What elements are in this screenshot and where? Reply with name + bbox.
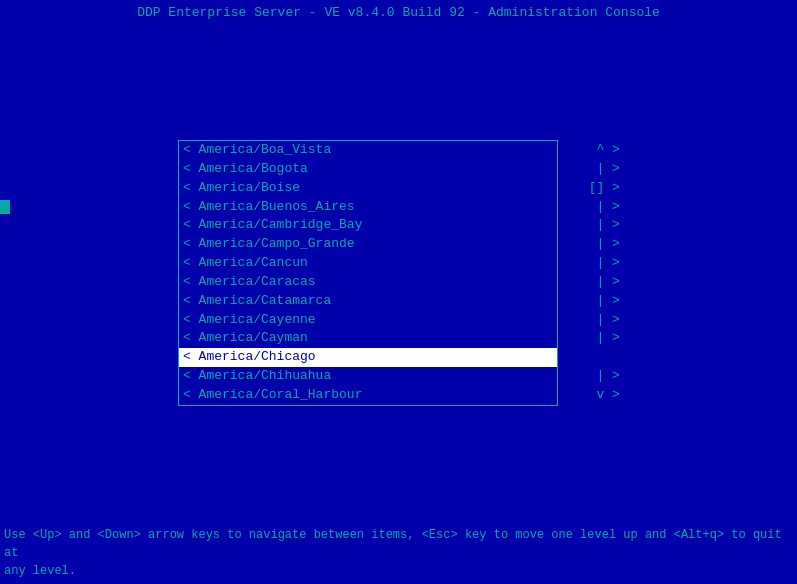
list-item-label: < America/Buenos_Aires | >	[183, 198, 620, 217]
list-item[interactable]: < America/Buenos_Aires | >	[179, 198, 557, 217]
status-line1: Use <Up> and <Down> arrow keys to naviga…	[4, 526, 793, 562]
cursor-block	[0, 200, 10, 214]
list-box[interactable]: < America/Boa_Vista ^ >< America/Bogota …	[178, 140, 558, 406]
list-item-label: < America/Campo_Grande | >	[183, 235, 620, 254]
list-item-label: < America/Cancun | >	[183, 254, 620, 273]
title-text: DDP Enterprise Server - VE v8.4.0 Build …	[137, 5, 660, 20]
list-item[interactable]: < America/Chihuahua | >	[179, 367, 557, 386]
list-item[interactable]: < America/Catamarca | >	[179, 292, 557, 311]
list-item-label: < America/Catamarca | >	[183, 292, 620, 311]
list-item[interactable]: < America/Campo_Grande | >	[179, 235, 557, 254]
list-item[interactable]: < America/Cambridge_Bay | >	[179, 216, 557, 235]
list-item-label: < America/Chihuahua | >	[183, 367, 620, 386]
list-item-label: < America/Chicago | >	[183, 348, 620, 367]
list-item[interactable]: < America/Caracas | >	[179, 273, 557, 292]
status-line2: any level.	[4, 562, 793, 580]
list-item[interactable]: < America/Cayman | >	[179, 329, 557, 348]
list-item[interactable]: < America/Boise [] >	[179, 179, 557, 198]
list-item[interactable]: < America/Coral_Harbour v >	[179, 386, 557, 405]
list-item-label: < America/Caracas | >	[183, 273, 620, 292]
list-item[interactable]: < America/Cancun | >	[179, 254, 557, 273]
list-item-label: < America/Cambridge_Bay | >	[183, 216, 620, 235]
list-item-label: < America/Boise [] >	[183, 179, 620, 198]
list-item[interactable]: < America/Chicago | >	[179, 348, 557, 367]
title-bar: DDP Enterprise Server - VE v8.4.0 Build …	[0, 0, 797, 25]
list-item-label: < America/Bogota | >	[183, 160, 620, 179]
list-item-label: < America/Cayenne | >	[183, 311, 620, 330]
list-item[interactable]: < America/Bogota | >	[179, 160, 557, 179]
list-item[interactable]: < America/Cayenne | >	[179, 311, 557, 330]
list-item[interactable]: < America/Boa_Vista ^ >	[179, 141, 557, 160]
list-item-label: < America/Boa_Vista ^ >	[183, 141, 620, 160]
list-item-label: < America/Cayman | >	[183, 329, 620, 348]
status-bar: Use <Up> and <Down> arrow keys to naviga…	[0, 520, 797, 584]
list-item-label: < America/Coral_Harbour v >	[183, 386, 620, 405]
